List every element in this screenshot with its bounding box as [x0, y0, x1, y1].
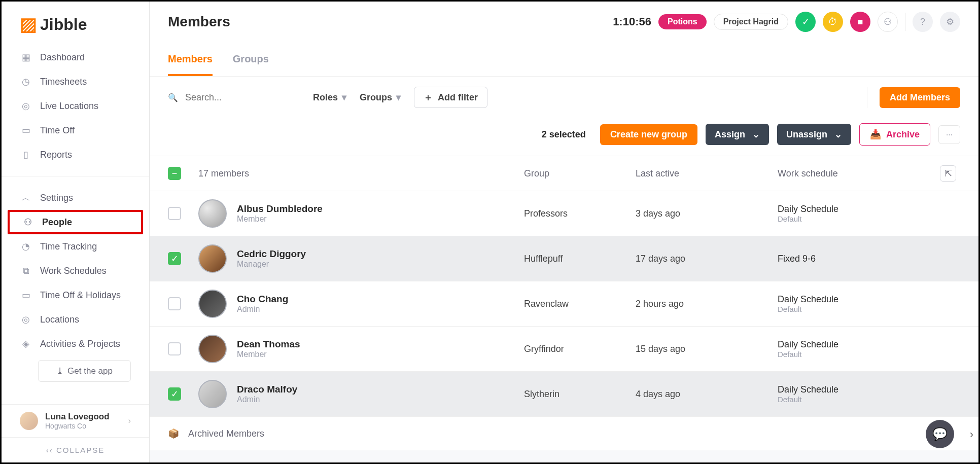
table-row[interactable]: Albus Dumbledore Member Professors 3 day… — [150, 191, 978, 236]
topbar: Members 1:10:56 Potions Project Hagrid ✓… — [150, 2, 978, 42]
filters-bar: 🔍 Roles ▾ Groups ▾ ＋ Add filter Add Memb… — [150, 77, 978, 118]
user-action-icon[interactable]: ⚇ — [878, 12, 898, 32]
nav-locations[interactable]: ◎ Locations — [2, 307, 149, 332]
nav-people[interactable]: ⚇ People — [8, 210, 143, 234]
member-group: Slytherin — [524, 389, 636, 400]
nav-settings[interactable]: ︿ Settings — [2, 186, 149, 210]
clock-in-icon[interactable]: ✓ — [795, 12, 816, 32]
table-row[interactable]: ✓ Draco Malfoy Admin Slytherin 4 days ag… — [150, 372, 978, 417]
select-all-checkbox[interactable]: − — [168, 167, 181, 180]
archive-icon: 📥 — [870, 129, 881, 140]
dashboard-icon: ▦ — [20, 51, 32, 63]
export-icon[interactable]: ⇱ — [940, 165, 956, 182]
member-group: Ravenclaw — [524, 299, 636, 309]
tab-groups[interactable]: Groups — [233, 42, 269, 76]
logo[interactable]: ▨Jibble — [2, 2, 149, 43]
row-checkbox[interactable] — [168, 342, 181, 355]
row-checkbox[interactable] — [168, 297, 181, 310]
column-last-active[interactable]: Last active — [636, 168, 778, 179]
scroll-indicator-icon: › — [970, 428, 973, 441]
stop-icon[interactable]: ■ — [850, 12, 870, 32]
nav-work-schedules[interactable]: ⧉ Work Schedules — [2, 259, 149, 283]
main-content: Members 1:10:56 Potions Project Hagrid ✓… — [150, 2, 978, 462]
current-user[interactable]: Luna Lovegood Hogwarts Co › — [2, 405, 149, 437]
table-row[interactable]: Cho Chang Admin Ravenclaw 2 hours ago Da… — [150, 281, 978, 327]
row-checkbox[interactable] — [168, 207, 181, 220]
pin-icon: ◎ — [20, 100, 32, 112]
schedule-name: Daily Schedule — [778, 294, 940, 305]
divider — [905, 13, 905, 31]
selected-count: 2 selected — [542, 129, 586, 140]
chevron-down-icon: ⌄ — [834, 129, 842, 140]
archive-label: Archive — [886, 129, 920, 140]
member-name: Albus Dumbledore — [237, 203, 323, 215]
chevron-right-icon: › — [128, 416, 131, 425]
nav-live-locations[interactable]: ◎ Live Locations — [2, 94, 149, 118]
member-role: Admin — [237, 395, 297, 404]
sidebar: ▨Jibble ▦ Dashboard ◷ Timesheets ◎ Live … — [2, 2, 150, 462]
nav-dashboard[interactable]: ▦ Dashboard — [2, 45, 149, 69]
archive-box-icon: 📦 — [168, 428, 179, 439]
help-icon[interactable]: ? — [913, 12, 933, 32]
project-pill[interactable]: Project Hagrid — [714, 14, 788, 30]
avatar — [198, 290, 227, 318]
member-last-active: 2 hours ago — [636, 299, 778, 309]
member-last-active: 17 days ago — [636, 254, 778, 264]
nav-label: People — [42, 217, 72, 228]
row-checkbox[interactable]: ✓ — [168, 387, 181, 401]
get-the-app-button[interactable]: ⤓ Get the app — [38, 360, 131, 382]
nav-time-off-holidays[interactable]: ▭ Time Off & Holidays — [2, 283, 149, 307]
collapse-label: COLLAPSE — [56, 446, 104, 454]
schedule-name: Daily Schedule — [778, 384, 940, 395]
member-name: Dean Thomas — [237, 339, 300, 350]
member-name: Cedric Diggory — [237, 248, 306, 260]
row-checkbox[interactable]: ✓ — [168, 252, 181, 265]
nav-label: Reports — [40, 150, 72, 160]
collapse-sidebar-button[interactable]: ‹‹ COLLAPSE — [2, 437, 149, 462]
member-role: Member — [237, 215, 323, 224]
schedule-default: Default — [778, 305, 940, 313]
tracking-icon: ◔ — [20, 240, 32, 253]
nav-reports[interactable]: ▯ Reports — [2, 142, 149, 167]
chevron-down-icon: ▾ — [342, 92, 346, 103]
location-icon: ◎ — [20, 313, 32, 326]
settings-icon[interactable]: ⚙ — [940, 12, 960, 32]
column-work-schedule[interactable]: Work schedule — [778, 168, 940, 179]
table-row[interactable]: ✓ Cedric Diggory Manager Hufflepuff 17 d… — [150, 236, 978, 281]
nav-label: Time Off & Holidays — [40, 290, 121, 301]
nav-activities-projects[interactable]: ◈ Activities & Projects — [2, 332, 149, 356]
user-name: Luna Lovegood — [45, 412, 110, 422]
unassign-button[interactable]: Unassign ⌄ — [777, 124, 851, 145]
assign-button[interactable]: Assign ⌄ — [706, 124, 769, 145]
nav-label: Dashboard — [40, 52, 85, 63]
table-row[interactable]: Dean Thomas Member Gryffindor 15 days ag… — [150, 327, 978, 372]
nav-time-off[interactable]: ▭ Time Off — [2, 118, 149, 142]
add-filter-label: Add filter — [438, 92, 478, 103]
member-role: Admin — [237, 305, 288, 314]
nav-time-tracking[interactable]: ◔ Time Tracking — [2, 234, 149, 259]
tab-members[interactable]: Members — [168, 42, 213, 76]
column-group[interactable]: Group — [524, 168, 636, 179]
chat-fab[interactable]: 💬 — [926, 420, 954, 448]
active-activity-pill[interactable]: Potions — [658, 14, 707, 29]
nav-label: Work Schedules — [40, 266, 107, 276]
chevron-left-icon: ‹‹ — [46, 446, 56, 454]
selection-bar: 2 selected Create new group Assign ⌄ Una… — [150, 118, 978, 156]
nav-timesheets[interactable]: ◷ Timesheets — [2, 69, 149, 94]
add-members-button[interactable]: Add Members — [880, 87, 960, 108]
add-filter-button[interactable]: ＋ Add filter — [414, 87, 487, 108]
nav-label: Live Locations — [40, 101, 98, 112]
search-input[interactable] — [185, 92, 300, 103]
chevron-down-icon: ▾ — [396, 92, 401, 103]
create-new-group-button[interactable]: Create new group — [600, 124, 697, 145]
archive-button[interactable]: 📥 Archive — [859, 123, 930, 146]
roles-filter[interactable]: Roles ▾ — [313, 92, 346, 103]
chat-icon: 💬 — [932, 427, 948, 441]
avatar — [20, 412, 38, 430]
member-group: Hufflepuff — [524, 254, 636, 264]
groups-filter[interactable]: Groups ▾ — [360, 92, 401, 103]
member-last-active: 4 days ago — [636, 389, 778, 400]
break-icon[interactable]: ⏱ — [823, 12, 843, 32]
more-actions-button[interactable]: ⋯ — [938, 125, 960, 144]
archived-members-row[interactable]: 📦 Archived Members — [150, 417, 978, 450]
